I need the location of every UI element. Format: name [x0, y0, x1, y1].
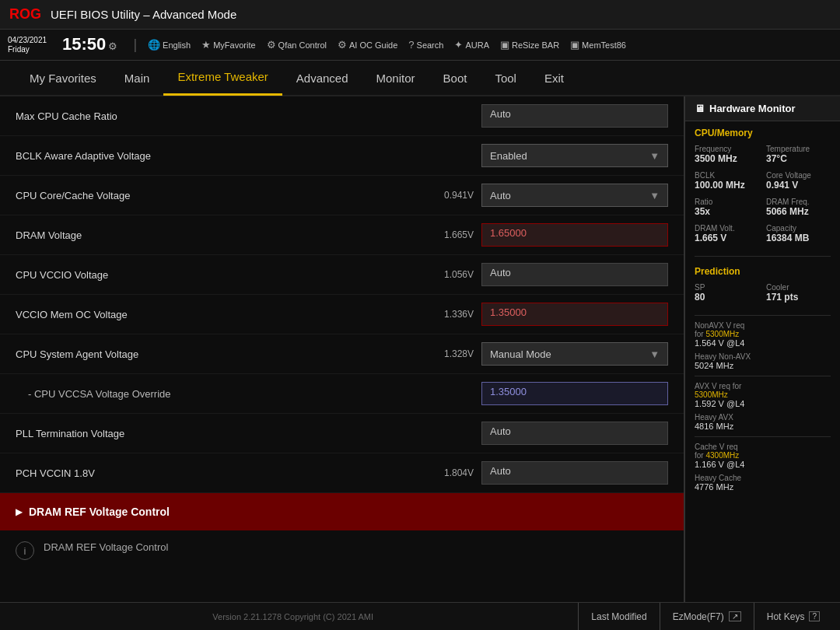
highlight-violet-cpu-vccsa-override[interactable]: 1.35000 [481, 382, 668, 405]
hw-capacity-cell: Capacity 16384 MB [763, 221, 834, 247]
setting-value-cpu-vccio-voltage: 1.056V [419, 269, 474, 280]
star-icon: ★ [201, 39, 211, 51]
last-modified-label: Last Modified [591, 611, 646, 622]
toolbar: 04/23/2021 Friday 15:50 ⚙ | 🌐 English ★ … [0, 30, 840, 61]
setting-row-pch-vccin[interactable]: PCH VCCIN 1.8V1.804VAuto [0, 453, 684, 493]
toolbar-resize-bar[interactable]: ▣ ReSize BAR [500, 39, 559, 51]
nav-my-favorites[interactable]: My Favorites [16, 60, 110, 96]
nav-boot[interactable]: Boot [429, 60, 481, 96]
nav-monitor[interactable]: Monitor [362, 60, 429, 96]
nav-extreme-tweaker[interactable]: Extreme Tweaker [163, 60, 282, 96]
dropdown-cpu-core-voltage[interactable]: Auto ▼ [481, 184, 668, 207]
setting-control-bclk-aware[interactable]: Enabled ▼ [481, 144, 668, 167]
setting-control-cpu-vccsa-override[interactable]: 1.35000 [481, 382, 668, 405]
nav-exit[interactable]: Exit [530, 60, 578, 96]
hw-heavy-cache-row: Heavy Cache 4776 MHz [685, 471, 840, 494]
hw-monitor-panel: 🖥 Hardware Monitor CPU/Memory Frequency … [684, 96, 840, 602]
hw-dram-volt-cell: DRAM Volt. 1.665 V [691, 221, 762, 247]
setting-control-max-cpu-cache-ratio[interactable]: Auto [481, 104, 668, 128]
hw-prediction-title: Prediction [685, 260, 840, 280]
setting-value-pch-vccin: 1.804V [419, 467, 474, 478]
dropdown-cpu-sys-agent[interactable]: Manual Mode ▼ [481, 342, 668, 366]
hot-keys-section[interactable]: Hot Keys ? [754, 603, 832, 630]
info-row: i DRAM REF Voltage Control [0, 530, 684, 571]
setting-label-pch-vccin: PCH VCCIN 1.8V [16, 467, 419, 479]
setting-row-cpu-vccio-voltage[interactable]: CPU VCCIO Voltage1.056VAuto [0, 255, 684, 295]
setting-label-bclk-aware: BCLK Aware Adaptive Voltage [16, 150, 481, 162]
setting-row-bclk-aware[interactable]: BCLK Aware Adaptive Voltage Enabled ▼ [0, 136, 684, 176]
setting-control-cpu-core-voltage[interactable]: Auto ▼ [481, 184, 668, 207]
highlight-vccio-mem-oc[interactable]: 1.35000 [481, 303, 668, 326]
setting-row-vccio-mem-oc[interactable]: VCCIO Mem OC Voltage1.336V1.35000 [0, 295, 684, 334]
hw-cpu-memory-title: CPU/Memory [685, 121, 840, 142]
section-expand-icon: ▶ [16, 506, 23, 517]
last-modified-section[interactable]: Last Modified [578, 603, 659, 630]
toolbar-myfavorite[interactable]: ★ MyFavorite [201, 39, 255, 51]
version-text: Version 2.21.1278 Copyright (C) 2021 AMI [8, 612, 578, 621]
setting-label-max-cpu-cache-ratio: Max CPU Cache Ratio [16, 110, 481, 122]
setting-control-pll-termination[interactable]: Auto [481, 422, 668, 445]
toolbar-aura[interactable]: ✦ AURA [454, 39, 489, 51]
setting-control-cpu-sys-agent[interactable]: Manual Mode ▼ [481, 342, 668, 366]
hw-monitor-header: 🖥 Hardware Monitor [685, 96, 840, 121]
info-description: DRAM REF Voltage Control [44, 541, 168, 553]
dropdown-arrow: ▼ [649, 348, 660, 360]
setting-label-pll-termination: PLL Termination Voltage [16, 428, 481, 439]
toolbar-memtest[interactable]: ▣ MemTest86 [570, 39, 626, 51]
dropdown-arrow: ▼ [649, 190, 660, 201]
ai-icon: ⚙ [338, 39, 347, 51]
hw-nonavx-row: NonAVX V req for 5300MHz 1.564 V @L4 [685, 319, 840, 350]
settings-panel: Max CPU Cache RatioAutoBCLK Aware Adapti… [0, 96, 684, 602]
setting-row-max-cpu-cache-ratio[interactable]: Max CPU Cache RatioAuto [0, 96, 684, 136]
toolbar-qfan[interactable]: ⚙ Qfan Control [267, 39, 327, 51]
text-cpu-vccio-voltage[interactable]: Auto [481, 263, 668, 286]
setting-control-cpu-vccio-voltage[interactable]: Auto [481, 263, 668, 286]
hw-temperature-cell: Temperature 37°C [763, 142, 834, 167]
ez-mode-section[interactable]: EzMode(F7) ↗ [660, 603, 754, 630]
hw-cpu-memory-grid: Frequency 3500 MHz Temperature 37°C BCLK… [685, 142, 840, 253]
monitor-icon: 🖥 [695, 103, 705, 114]
hw-ratio-cell: Ratio 35x [691, 194, 762, 220]
hw-divider4 [695, 436, 831, 437]
rog-logo: ROG [9, 6, 41, 23]
setting-row-pll-termination[interactable]: PLL Termination VoltageAuto [0, 414, 684, 453]
text-pch-vccin[interactable]: Auto [481, 461, 668, 485]
hw-cache-v-row: Cache V req for 4300MHz 1.166 V @L4 [685, 440, 840, 471]
setting-control-vccio-mem-oc[interactable]: 1.35000 [481, 303, 668, 326]
setting-row-cpu-vccsa-override[interactable]: - CPU VCCSA Voltage Override1.35000 [0, 374, 684, 414]
settings-rows: Max CPU Cache RatioAutoBCLK Aware Adapti… [0, 96, 684, 493]
resize-bar-icon: ▣ [500, 39, 509, 51]
setting-control-dram-voltage[interactable]: 1.65000 [481, 223, 668, 247]
setting-control-pch-vccin[interactable]: Auto [481, 461, 668, 485]
datetime-display: 04/23/2021 Friday [8, 36, 47, 54]
date-display: 04/23/2021 Friday [8, 36, 47, 54]
toolbar-ai-oc[interactable]: ⚙ AI OC Guide [338, 39, 397, 51]
hw-divider2 [695, 315, 831, 316]
hw-divider3 [695, 376, 831, 376]
nav-main[interactable]: Main [110, 60, 164, 96]
time-display: 15:50 ⚙ [62, 34, 117, 54]
section-label: DRAM REF Voltage Control [29, 506, 170, 518]
navbar: My Favorites Main Extreme Tweaker Advanc… [0, 61, 840, 96]
highlight-dram-voltage[interactable]: 1.65000 [481, 223, 668, 247]
setting-row-dram-voltage[interactable]: DRAM Voltage1.665V1.65000 [0, 215, 684, 255]
hw-sp-cooler: SP 80 Cooler 171 pts [685, 280, 840, 312]
hw-heavy-nonavx-row: Heavy Non-AVX 5024 MHz [685, 350, 840, 373]
ez-mode-icon: ↗ [729, 611, 741, 621]
setting-label-vccio-mem-oc: VCCIO Mem OC Voltage [16, 309, 419, 320]
bios-title: UEFI BIOS Utility – Advanced Mode [51, 8, 236, 21]
text-max-cpu-cache-ratio[interactable]: Auto [481, 104, 668, 128]
settings-gear-icon[interactable]: ⚙ [108, 40, 117, 52]
nav-advanced[interactable]: Advanced [282, 60, 362, 96]
aura-icon: ✦ [454, 39, 463, 51]
text-pll-termination[interactable]: Auto [481, 422, 668, 445]
toolbar-search[interactable]: ? Search [408, 39, 443, 51]
toolbar-english[interactable]: 🌐 English [148, 39, 191, 51]
nav-tool[interactable]: Tool [481, 60, 530, 96]
setting-row-cpu-core-voltage[interactable]: CPU Core/Cache Voltage0.941V Auto ▼ [0, 176, 684, 215]
hot-keys-label: Hot Keys [767, 611, 805, 622]
setting-row-cpu-sys-agent[interactable]: CPU System Agent Voltage1.328V Manual Mo… [0, 334, 684, 374]
dram-ref-section[interactable]: ▶ DRAM REF Voltage Control [0, 493, 684, 530]
dropdown-bclk-aware[interactable]: Enabled ▼ [481, 144, 668, 167]
setting-label-cpu-sys-agent: CPU System Agent Voltage [16, 348, 419, 360]
